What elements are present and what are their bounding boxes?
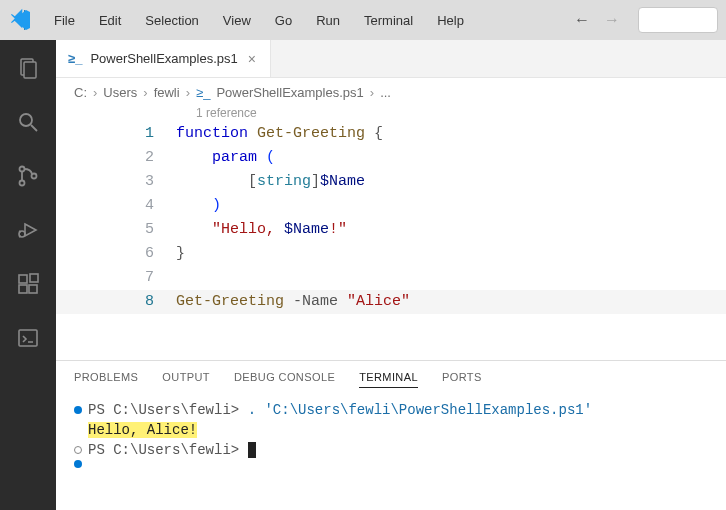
nav-arrows: ← →	[574, 11, 620, 29]
title-bar: File Edit Selection View Go Run Terminal…	[0, 0, 726, 40]
tab-filename: PowerShellExamples.ps1	[90, 51, 237, 66]
command-center-search[interactable]	[638, 7, 718, 33]
search-icon[interactable]	[14, 108, 42, 136]
svg-line-10	[19, 236, 21, 237]
back-arrow-icon[interactable]: ←	[574, 11, 590, 29]
extensions-icon[interactable]	[14, 270, 42, 298]
terminal-panel-icon[interactable]	[14, 324, 42, 352]
line-number: 2	[56, 146, 176, 170]
chevron-right-icon: ›	[143, 85, 147, 100]
menu-selection[interactable]: Selection	[135, 9, 208, 32]
svg-rect-12	[19, 285, 27, 293]
menu-view[interactable]: View	[213, 9, 261, 32]
terminal-prompt: PS C:\Users\fewli>	[88, 402, 248, 418]
bullet-icon	[74, 406, 82, 414]
source-control-icon[interactable]	[14, 162, 42, 190]
code-line-4[interactable]: )	[176, 194, 221, 218]
svg-point-6	[32, 174, 37, 179]
chevron-right-icon: ›	[186, 85, 190, 100]
line-number: 4	[56, 194, 176, 218]
svg-point-2	[20, 114, 32, 126]
code-line-2[interactable]: param (	[176, 146, 275, 170]
svg-point-4	[20, 167, 25, 172]
svg-rect-11	[19, 275, 27, 283]
code-line-3[interactable]: [string]$Name	[176, 170, 365, 194]
chevron-right-icon: ›	[93, 85, 97, 100]
svg-line-9	[19, 231, 21, 232]
terminal[interactable]: PS C:\Users\fewli> . 'C:\Users\fewli\Pow…	[56, 394, 726, 510]
menu-edit[interactable]: Edit	[89, 9, 131, 32]
line-number: 3	[56, 170, 176, 194]
code-line-6[interactable]: }	[176, 242, 185, 266]
panel-tab-debug-console[interactable]: DEBUG CONSOLE	[234, 371, 335, 388]
explorer-icon[interactable]	[14, 54, 42, 82]
panel-tab-ports[interactable]: PORTS	[442, 371, 482, 388]
svg-rect-1	[24, 62, 36, 78]
panel-tab-terminal[interactable]: TERMINAL	[359, 371, 418, 388]
terminal-line[interactable]: PS C:\Users\fewli> . 'C:\Users\fewli\Pow…	[74, 400, 708, 420]
panel-tab-problems[interactable]: PROBLEMS	[74, 371, 138, 388]
bullet-icon	[74, 446, 82, 454]
line-number: 8	[56, 290, 176, 314]
terminal-command: . 'C:\Users\fewli\PowerShellExamples.ps1…	[248, 402, 592, 418]
powershell-file-icon: ≥_	[68, 51, 82, 66]
powershell-file-icon: ≥_	[196, 85, 210, 100]
svg-rect-14	[30, 274, 38, 282]
bullet-icon	[74, 460, 82, 468]
panel-tab-output[interactable]: OUTPUT	[162, 371, 210, 388]
menu-file[interactable]: File	[44, 9, 85, 32]
terminal-cursor	[248, 442, 256, 458]
breadcrumb-seg[interactable]: fewli	[154, 85, 180, 100]
svg-line-3	[31, 125, 37, 131]
forward-arrow-icon[interactable]: →	[604, 11, 620, 29]
code-line-8[interactable]: Get-Greeting -Name "Alice"	[176, 290, 410, 314]
svg-point-5	[20, 181, 25, 186]
code-editor[interactable]: 1 function Get-Greeting { 2 param ( 3 [s…	[56, 120, 726, 360]
breadcrumb-seg[interactable]: Users	[103, 85, 137, 100]
terminal-line[interactable]: PS C:\Users\fewli>	[74, 440, 708, 460]
svg-rect-15	[19, 330, 37, 346]
breadcrumb-seg[interactable]: PowerShellExamples.ps1	[216, 85, 363, 100]
code-line-5[interactable]: "Hello, $Name!"	[176, 218, 347, 242]
breadcrumbs[interactable]: C: › Users › fewli › ≥_ PowerShellExampl…	[56, 78, 726, 106]
run-debug-icon[interactable]	[14, 216, 42, 244]
close-icon[interactable]: ×	[246, 51, 258, 67]
line-number: 6	[56, 242, 176, 266]
tab-active[interactable]: ≥_ PowerShellExamples.ps1 ×	[56, 40, 271, 77]
panel-tabs: PROBLEMS OUTPUT DEBUG CONSOLE TERMINAL P…	[56, 361, 726, 394]
chevron-right-icon: ›	[370, 85, 374, 100]
bottom-panel: PROBLEMS OUTPUT DEBUG CONSOLE TERMINAL P…	[56, 360, 726, 510]
svg-rect-13	[29, 285, 37, 293]
code-line-1[interactable]: function Get-Greeting {	[176, 122, 383, 146]
breadcrumb-seg[interactable]: ...	[380, 85, 391, 100]
line-number: 7	[56, 266, 176, 290]
editor-area: ≥_ PowerShellExamples.ps1 × C: › Users ›…	[56, 40, 726, 510]
menu-terminal[interactable]: Terminal	[354, 9, 423, 32]
terminal-line[interactable]: Hello, Alice!	[74, 420, 708, 440]
activity-bar	[0, 40, 56, 510]
terminal-line[interactable]	[74, 460, 708, 468]
vscode-logo-icon	[8, 8, 32, 32]
code-lens[interactable]: 1 reference	[56, 106, 726, 120]
terminal-prompt: PS C:\Users\fewli>	[88, 442, 248, 458]
breadcrumb-seg[interactable]: C:	[74, 85, 87, 100]
code-line-7[interactable]	[176, 266, 185, 290]
svg-marker-7	[25, 224, 36, 236]
menu-run[interactable]: Run	[306, 9, 350, 32]
tab-bar: ≥_ PowerShellExamples.ps1 ×	[56, 40, 726, 78]
menu-go[interactable]: Go	[265, 9, 302, 32]
line-number: 5	[56, 218, 176, 242]
menu-help[interactable]: Help	[427, 9, 474, 32]
terminal-output-highlight: Hello, Alice!	[88, 422, 197, 438]
line-number: 1	[56, 122, 176, 146]
